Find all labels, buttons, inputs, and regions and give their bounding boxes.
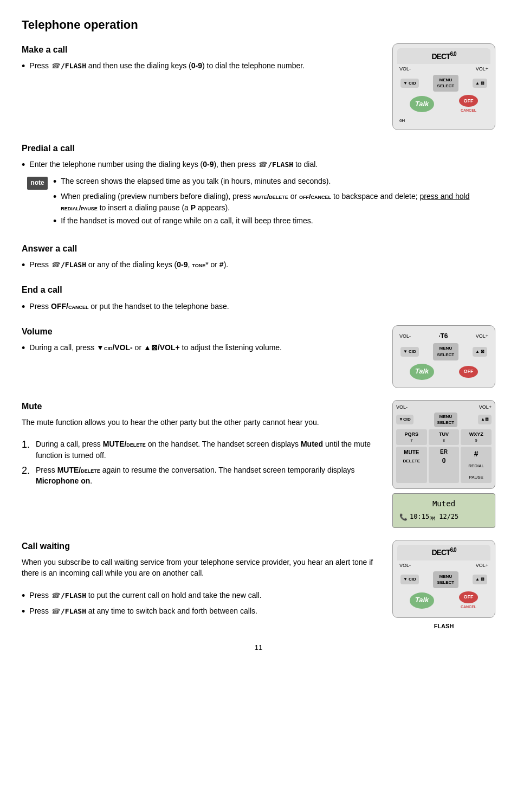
bullet-dot: • (22, 60, 25, 73)
dect-logo-1: DECT6.0 (431, 52, 456, 61)
note-text-2: When predialing (preview numbers before … (61, 191, 495, 214)
flash-label-device1: 6H (397, 117, 490, 125)
volume-bullet: • During a call, press ▼cid/VOL- or ▲⊠/V… (22, 342, 382, 355)
mute-step-2: 2. Press MUTE/delete again to resume the… (22, 465, 382, 487)
mute-intro: The mute function allows you to hear the… (22, 417, 382, 428)
predial-section: Predial a call • Enter the telephone num… (22, 142, 495, 230)
keypad-nav-row: ▼CID MENUSELECT ▲⊠ (396, 413, 492, 427)
cw-dot-2: • (22, 605, 25, 618)
keypad-vol-plus: ▲⊠ (478, 415, 492, 424)
end-section: End a call • Press OFF/cancel or put the… (22, 283, 495, 313)
keypad-vol-row: VOL- VOL+ (396, 404, 492, 411)
note-text-3: If the handset is moved out of range whi… (61, 215, 495, 226)
phone-nav-3: ▼CID MENUSELECT ▲⊠ (400, 571, 487, 588)
flash-label-cw: FLASH (434, 622, 454, 631)
make-a-call-heading: Make a call (22, 43, 382, 56)
flash-icon-5: ☎/FLASH (51, 607, 86, 617)
make-a-call-bullet: • Press ☎/FLASH and then use the dialing… (22, 60, 382, 73)
end-heading: End a call (22, 283, 495, 296)
mute-images: VOL- VOL+ ▼CID MENUSELECT ▲⊠ PQRS7 TUV8 … (392, 400, 495, 528)
vol-row-1: VOL- VOL+ (397, 66, 490, 73)
mute-step-text-2: Press MUTE/delete again to resume the co… (36, 465, 382, 487)
phone-device-2: VOL- ·T6 VOL+ ▼CID MENUSELECT ▲⊠ Talk OF… (392, 325, 495, 388)
note-text-1: The screen shows the elapsed time as you… (61, 176, 495, 186)
make-a-call-section: Make a call • Press ☎/FLASH and then use… (22, 43, 495, 130)
end-text: Press OFF/cancel or put the handset to t… (29, 301, 495, 312)
phone-top-3: DECT6.0 (397, 545, 490, 560)
flash-icon-3: ☎/FLASH (51, 260, 86, 270)
muted-text: Muted (399, 498, 488, 509)
cid-btn-1: ▼CID (400, 79, 419, 88)
mute-section: Mute The mute function allows you to hea… (22, 400, 495, 528)
off-btn-2: OFF (459, 366, 478, 378)
cw-bullet-2: • Press ☎/FLASH at any time to switch ba… (22, 605, 382, 618)
screen-time: 📞 10:15PM 12/25 (399, 512, 488, 523)
keypad-menu: MENUSELECT (434, 413, 458, 427)
call-waiting-section: Call waiting When you subscribe to call … (22, 540, 495, 631)
call-waiting-content: Call waiting When you subscribe to call … (22, 540, 382, 622)
vol-row-2: VOL- ·T6 VOL+ (397, 332, 490, 341)
volume-heading: Volume (22, 325, 382, 338)
mute-step-dot-1: 1. (22, 439, 31, 451)
predial-text: Enter the telephone number using the dia… (29, 159, 495, 170)
call-waiting-heading: Call waiting (22, 540, 382, 552)
call-waiting-intro: When you subscribe to call waiting servi… (22, 557, 382, 579)
talk-off-row-3: Talk OFF CANCEL (397, 591, 490, 610)
key-mute-row: MUTEDELETE (396, 447, 427, 483)
end-bullet: • Press OFF/cancel or put the handset to… (22, 301, 495, 313)
off-btn-3: OFF (459, 591, 478, 603)
keypad-cid-btn: ▼CID (396, 415, 413, 424)
phone-nav-2: ▼CID MENUSELECT ▲⊠ (400, 343, 487, 360)
bullet-dot-4: • (22, 301, 25, 313)
cid-btn-2: ▼CID (400, 347, 419, 357)
mute-step-1: 1. During a call, press MUTE/delete on t… (22, 439, 382, 461)
menu-block-2: MENUSELECT (433, 343, 459, 360)
page-number-text: 11 (255, 643, 262, 652)
talk-off-row-1: Talk OFF CANCEL (397, 95, 490, 113)
flash-icon-2: ☎/FLASH (258, 160, 293, 170)
note-dot-1: • (53, 176, 56, 188)
volume-text: During a call, press ▼cid/VOL- or ▲⊠/VOL… (29, 342, 382, 353)
keypad-block: VOL- VOL+ ▼CID MENUSELECT ▲⊠ PQRS7 TUV8 … (392, 400, 495, 489)
muted-screen: Muted 📞 10:15PM 12/25 (392, 493, 495, 528)
make-a-call-text: Press ☎/FLASH and then use the dialing k… (29, 60, 382, 72)
vol-plus-btn-2: ▲⊠ (473, 347, 487, 357)
answer-text: Press ☎/FLASH or any of the dialing keys… (29, 259, 495, 270)
off-btn-1: OFF (459, 95, 478, 107)
cw-bullet-1: • Press ☎/FLASH to put the current call … (22, 590, 382, 602)
predial-bullet: • Enter the telephone number using the d… (22, 159, 495, 171)
menu-block-3: MENUSELECT (433, 571, 459, 588)
page-title: Telephone operation (22, 16, 495, 34)
note-bullet-1: • The screen shows the elapsed time as y… (53, 176, 495, 188)
note-box: note • The screen shows the elapsed time… (22, 176, 495, 230)
talk-off-row-2: Talk OFF (397, 364, 490, 380)
phone-device-3: DECT6.0 VOL- VOL+ ▼CID MENUSELECT ▲⊠ Tal… (392, 540, 495, 618)
key-7: PQRS7 (396, 429, 427, 445)
make-a-call-content: Make a call • Press ☎/FLASH and then use… (22, 43, 382, 76)
answer-heading: Answer a call (22, 242, 495, 255)
phone-top-1: DECT6.0 (397, 48, 490, 64)
predial-heading: Predial a call (22, 142, 495, 154)
talk-btn-3: Talk (410, 592, 434, 609)
bullet-dot-2: • (22, 159, 25, 171)
mute-step-dot-2: 2. (22, 465, 31, 477)
flash-icon-1: ☎/FLASH (51, 61, 86, 72)
cw-text-2: Press ☎/FLASH at any time to switch back… (29, 605, 382, 617)
cid-btn-3: ▼CID (400, 575, 419, 584)
cancel-label-1: CANCEL (461, 108, 476, 113)
talk-btn-1: Talk (410, 96, 434, 112)
note-dot-2: • (53, 191, 56, 203)
key-9: WXYZ9 (461, 429, 492, 445)
mute-step-text-1: During a call, press MUTE/delete on the … (36, 439, 382, 461)
flash-icon-4: ☎/FLASH (51, 591, 86, 601)
mute-content: Mute The mute function allows you to hea… (22, 400, 382, 490)
phone-device-1: DECT6.0 VOL- VOL+ ▼CID MENUSELECT ▲⊠ Tal… (392, 43, 495, 130)
cancel-label-3: CANCEL (461, 604, 476, 610)
keypad-keys: PQRS7 TUV8 WXYZ9 MUTEDELETE ER0 #REDIALP… (396, 429, 492, 483)
bullet-dot-3: • (22, 259, 25, 272)
phone-nav-1: ▼CID MENUSELECT ▲⊠ (400, 75, 487, 92)
note-bullet-3: • If the handset is moved out of range w… (53, 215, 495, 228)
vol-plus-btn-1: ▲⊠ (473, 79, 487, 88)
vol-plus-btn-3: ▲⊠ (473, 575, 487, 584)
cw-dot-1: • (22, 590, 25, 602)
